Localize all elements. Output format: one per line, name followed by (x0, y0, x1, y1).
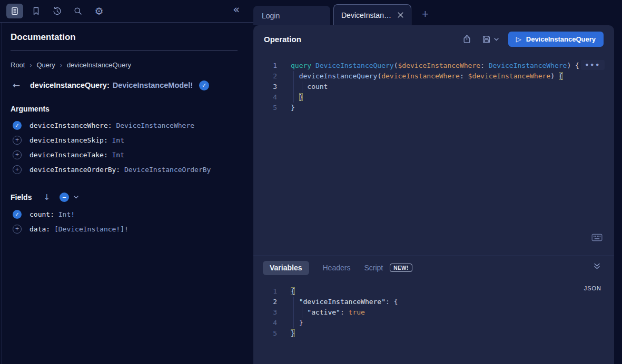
share-icon[interactable] (462, 35, 471, 44)
selected-field-row[interactable]: ← deviceInstanceQuery: DeviceInstanceMod… (0, 80, 253, 90)
new-badge: NEW! (390, 264, 412, 272)
tab-strip: LoginDeviceInstan… (253, 4, 414, 25)
doc-row-label: deviceInstanceWhere: DeviceInstanceWhere (29, 122, 194, 129)
selected-checked-icon[interactable]: ✓ (199, 80, 209, 90)
close-tab-icon[interactable] (398, 12, 403, 18)
code-line[interactable]: 4 } (253, 318, 614, 328)
doc-row[interactable]: +data: [DeviceInstance!]! (0, 221, 253, 236)
checked-icon[interactable]: ✓ (13, 121, 22, 130)
tab-inactive[interactable]: Login (253, 6, 330, 25)
workspace: LoginDeviceInstan… + Operation (253, 0, 622, 364)
keyboard-shortcuts-icon[interactable] (591, 234, 603, 241)
variables-section: Variables Headers Script NEW! JSON 1{2 "… (253, 256, 614, 364)
line-number: 2 (253, 297, 277, 307)
play-icon: ▷ (516, 35, 521, 43)
variables-tab-bar: Variables Headers Script NEW! (253, 256, 614, 279)
new-tab-button[interactable]: + (422, 8, 429, 20)
code-line[interactable]: 1{ (253, 286, 614, 297)
code-line[interactable]: 3 "active": true (253, 307, 614, 318)
documentation-panel: ⚙ « Documentation Root›Query›deviceInsta… (0, 0, 253, 364)
code-line[interactable]: 1query DeviceInstanceQuery($deviceInstan… (253, 60, 614, 71)
doc-row-type: Int (112, 136, 124, 144)
editor-menu-button[interactable]: ••• (581, 60, 605, 70)
doc-row-label: count: Int! (29, 210, 75, 218)
fields-title: Fields (11, 193, 32, 201)
line-number: 4 (253, 92, 277, 103)
doc-row-name: deviceInstanceOrderBy: (29, 166, 124, 174)
operation-section: Operation ▷ DeviceInstanc (253, 25, 614, 256)
breadcrumb: Root›Query›deviceInstanceQuery (11, 61, 243, 69)
tab-variables[interactable]: Variables (263, 261, 309, 275)
history-icon[interactable] (48, 4, 65, 18)
code-line[interactable]: 5} (253, 103, 614, 113)
code-line[interactable]: 3 count (253, 82, 614, 92)
operation-card: Operation ▷ DeviceInstanc (253, 25, 614, 364)
run-query-button[interactable]: ▷ DeviceInstanceQuery (508, 32, 604, 47)
collapse-sidebar-icon[interactable]: « (233, 4, 240, 15)
search-icon[interactable] (70, 4, 86, 18)
checked-icon[interactable]: ✓ (13, 210, 22, 219)
line-number: 1 (253, 60, 277, 71)
doc-row-label: deviceInstanceOrderBy: DeviceInstanceOrd… (29, 166, 211, 174)
operation-title: Operation (264, 35, 301, 44)
editor-mode-label: JSON (584, 285, 601, 291)
tab-active[interactable]: DeviceInstan… (333, 4, 411, 25)
line-number: 5 (253, 328, 277, 339)
doc-row-name: deviceInstanceWhere: (29, 122, 116, 129)
chevron-down-icon[interactable] (74, 196, 78, 199)
bookmark-icon[interactable] (27, 4, 44, 18)
sidebar-icon-bar: ⚙ « (0, 0, 253, 23)
save-menu-chevron-icon[interactable] (494, 38, 499, 41)
add-icon[interactable]: + (13, 136, 22, 145)
breadcrumb-item[interactable]: deviceInstanceQuery (67, 61, 131, 69)
doc-row[interactable]: ✓deviceInstanceWhere: DeviceInstanceWher… (0, 118, 253, 133)
code-line[interactable]: 2 deviceInstanceQuery(deviceInstanceWher… (253, 71, 614, 82)
doc-row[interactable]: +deviceInstanceSkip: Int (0, 133, 253, 147)
line-content: query DeviceInstanceQuery($deviceInstanc… (291, 60, 579, 71)
query-editor[interactable]: ••• 1query DeviceInstanceQuery($deviceIn… (253, 53, 614, 256)
code-line[interactable]: 2 "deviceInstanceWhere": { (253, 297, 614, 307)
add-icon[interactable]: + (13, 225, 22, 234)
fields-tools: ↓ − (32, 193, 78, 202)
sort-icon[interactable]: ↓ (43, 193, 50, 202)
code-line[interactable]: 5} (253, 328, 614, 339)
deselect-all-icon[interactable]: − (60, 193, 69, 202)
gear-icon[interactable]: ⚙ (91, 4, 107, 18)
line-number: 5 (253, 103, 277, 113)
documentation-title: Documentation (11, 32, 253, 43)
variables-editor[interactable]: JSON 1{2 "deviceInstanceWhere": {3 "acti… (253, 279, 614, 364)
line-content: "active": true (291, 307, 365, 318)
doc-row-type: DeviceInstanceOrderBy (124, 166, 211, 174)
doc-row-type: Int! (58, 210, 75, 218)
line-number: 2 (253, 71, 277, 82)
line-content: count (291, 82, 328, 92)
title-divider (11, 50, 238, 51)
doc-row[interactable]: +deviceInstanceOrderBy: DeviceInstanceOr… (0, 162, 253, 177)
breadcrumb-separator: › (60, 62, 62, 69)
back-arrow-icon[interactable]: ← (13, 80, 25, 90)
run-button-label: DeviceInstanceQuery (526, 35, 596, 43)
save-icon[interactable] (482, 35, 491, 44)
doc-row[interactable]: ✓count: Int! (0, 207, 253, 221)
tab-headers[interactable]: Headers (323, 264, 351, 272)
doc-row-name: deviceInstanceSkip: (29, 136, 112, 144)
fields-list: ✓count: Int!+data: [DeviceInstance!]! (0, 207, 253, 236)
doc-row-type: Int (112, 151, 124, 159)
breadcrumb-item[interactable]: Query (36, 61, 55, 69)
doc-row-label: deviceInstanceTake: Int (29, 151, 124, 159)
docs-icon[interactable] (6, 4, 23, 18)
tab-script[interactable]: Script (364, 264, 383, 272)
line-content: { (291, 286, 295, 297)
fields-heading: Fields ↓ − (11, 193, 253, 202)
add-icon[interactable]: + (13, 150, 22, 159)
add-icon[interactable]: + (13, 165, 22, 174)
code-line[interactable]: 4 } (253, 92, 614, 103)
line-number: 1 (253, 286, 277, 297)
doc-row[interactable]: +deviceInstanceTake: Int (0, 147, 253, 162)
collapse-variables-icon[interactable] (594, 263, 600, 269)
doc-row-label: deviceInstanceSkip: Int (29, 136, 124, 144)
line-content: } (291, 318, 303, 328)
doc-row-type: [DeviceInstance!]! (54, 225, 129, 233)
tab-bar: LoginDeviceInstan… + (253, 0, 622, 25)
breadcrumb-item[interactable]: Root (11, 61, 25, 69)
